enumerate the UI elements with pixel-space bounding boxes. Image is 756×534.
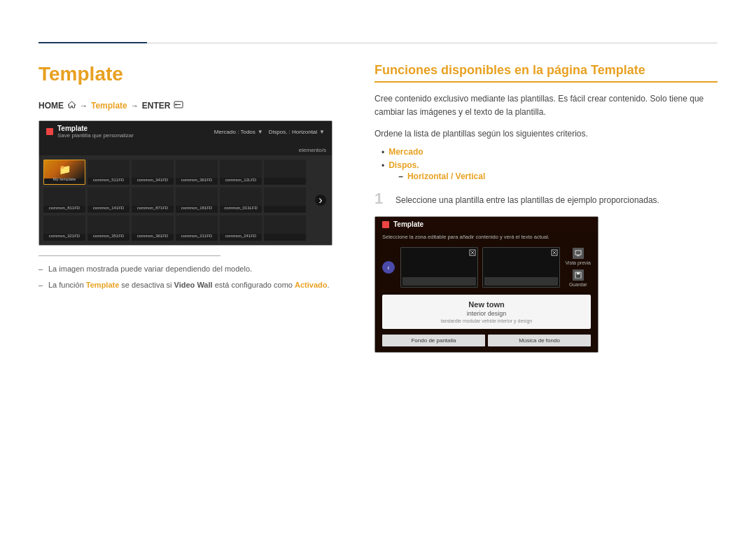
mockup-cell-8[interactable]: common_141FD xyxy=(88,188,130,213)
mockup-cell-4[interactable]: common_361FD xyxy=(176,160,218,185)
mockup-cell-9[interactable]: common_871FD xyxy=(132,188,174,213)
mockup-elements-label: elemento/s xyxy=(299,147,326,153)
mockup2-content: ‹ xyxy=(375,243,598,295)
breadcrumb-arrow-2: → xyxy=(131,101,139,110)
mockup2-footer: Fondo de pantalla Música de fondo xyxy=(375,335,598,352)
mockup-cell-13[interactable]: common_321FD xyxy=(43,216,85,241)
mockup2-save-icon xyxy=(573,269,584,281)
mockup-cell-16[interactable]: common_211FD xyxy=(176,216,218,241)
mockup2-screen-1 xyxy=(400,247,478,288)
mockup-cell-14[interactable]: common_351FD xyxy=(88,216,130,241)
breadcrumb-enter: ENTER xyxy=(142,101,171,111)
svg-rect-13 xyxy=(577,272,580,274)
template-mockup-2: Template Seleccione la zona editable par… xyxy=(374,216,598,353)
page-container: Template HOME → Template → ENTER xyxy=(0,0,756,381)
mockup2-footer-btn-1[interactable]: Fondo de pantalla xyxy=(382,335,485,346)
mockup2-subtitle: Seleccione la zona editable para añadir … xyxy=(375,232,598,243)
mockup2-header-title: Template xyxy=(393,220,424,228)
mockup-header-right: Mercado : Todos ▼ Dispos. : Horizontal ▼ xyxy=(214,129,325,135)
top-line-separator xyxy=(147,43,718,43)
mockup2-footer-btn-2[interactable]: Música de fondo xyxy=(488,335,591,346)
mockup-grid-row-1: 📁 My template common_511FD common_341FD xyxy=(43,160,328,185)
svg-marker-0 xyxy=(68,101,76,108)
mockup2-preview-btn[interactable]: Vista previa xyxy=(566,248,591,265)
mockup-cell-7[interactable]: common_811FD xyxy=(43,188,85,213)
mockup2-screens xyxy=(400,247,560,288)
mockup-grid-wrapper: 📁 My template common_511FD common_341FD xyxy=(39,155,332,245)
mockup-cell-mytemplate[interactable]: 📁 My template xyxy=(43,160,85,185)
template-mockup-1: Template Save plantilla que personalizar… xyxy=(38,120,332,246)
mockup2-preview-label: Vista previa xyxy=(566,260,591,265)
mockup2-text-subtitle: interior design xyxy=(389,310,584,317)
mockup2-save-label: Guardar xyxy=(569,282,587,287)
bullet-dot-2: • xyxy=(382,161,384,171)
bullet-dot-1: • xyxy=(382,148,384,157)
mockup-header-title: Template Save plantilla que personalizar xyxy=(57,125,134,139)
step-1: 1 Seleccione una plantilla entre las pla… xyxy=(374,191,718,206)
home-icon xyxy=(67,101,76,111)
mockup-cell-2[interactable]: common_511FD xyxy=(88,160,130,185)
mockup2-screen-2-icon[interactable] xyxy=(551,249,558,258)
mockup-header: Template Save plantilla que personalizar… xyxy=(39,121,332,142)
criteria-list: • Mercado • Dispos. Horizontal / Vertica… xyxy=(374,147,718,181)
mockup-cell-12[interactable] xyxy=(264,188,306,213)
mockup2-preview-icon xyxy=(573,248,584,259)
breadcrumb-arrow-1: → xyxy=(80,101,88,110)
mockup2-screen-inner xyxy=(402,277,476,286)
mockup2-header: Template xyxy=(375,217,598,232)
mockup2-screen-inner-2 xyxy=(484,277,558,286)
note-item-1: La imagen mostrada puede variar dependie… xyxy=(38,263,332,275)
mockup-cell-10[interactable]: common_181FD xyxy=(176,188,218,213)
divider-line xyxy=(38,255,220,256)
mockup2-header-icon xyxy=(382,221,389,228)
right-column: Funciones disponibles en la página Templ… xyxy=(374,63,718,353)
enter-icon xyxy=(174,101,183,111)
note-item-2: La función Template se desactiva si Vide… xyxy=(38,279,332,291)
mockup-cell-6[interactable] xyxy=(264,160,306,185)
bullet-sub-list: Horizontal / Vertical xyxy=(388,171,485,181)
page-title: Template xyxy=(38,63,332,85)
mockup-grid-row-3: common_321FD common_351FD common_361FD xyxy=(43,216,328,241)
mockup2-text-desc: tandardle modular vehide interior y desi… xyxy=(389,318,584,323)
mockup-cell-15[interactable]: common_361FD xyxy=(132,216,174,241)
bullet-sub-horizontal-vertical: Horizontal / Vertical xyxy=(398,171,485,181)
mockup-cell-5[interactable]: common_12LFD xyxy=(220,160,262,185)
step-1-number: 1 xyxy=(374,191,388,206)
top-lines xyxy=(38,42,718,43)
content-layout: Template HOME → Template → ENTER xyxy=(38,63,718,353)
mockup2-prev-btn[interactable]: ‹ xyxy=(382,261,395,274)
mockup2-screen-2 xyxy=(482,247,560,288)
bullet-horizontal-vertical: Horizontal / Vertical xyxy=(407,171,485,181)
bullet-item-mercado: • Mercado xyxy=(382,147,718,157)
mockup2-save-btn[interactable]: Guardar xyxy=(569,269,587,287)
mockup-header-left: Template Save plantilla que personalizar xyxy=(46,125,134,139)
bullet-dispos-text: Dispos. xyxy=(388,160,419,170)
mockup-header-icon xyxy=(46,128,53,135)
svg-marker-3 xyxy=(175,104,177,106)
svg-rect-11 xyxy=(577,255,580,256)
mockup-cell-17[interactable]: common_241FD xyxy=(220,216,262,241)
mockup-nav-arrow[interactable]: › xyxy=(315,195,326,206)
mockup-filter-2: Dispos. : Horizontal ▼ xyxy=(269,129,325,135)
mockup2-right-btns: Vista previa Guardar xyxy=(566,248,591,287)
step-1-text: Seleccione una plantilla entre las plant… xyxy=(396,191,659,206)
mockup-cell-11[interactable]: common_013LFD xyxy=(220,188,262,213)
breadcrumb-template: Template xyxy=(91,101,127,111)
section-description: Cree contenido exclusivo mediante las pl… xyxy=(374,92,718,119)
mockup2-text-title: New town xyxy=(389,300,584,309)
breadcrumb: HOME → Template → ENTER xyxy=(38,101,332,111)
mockup-grid-row-2: common_811FD common_141FD common_871FD xyxy=(43,188,328,213)
mockup-filter-1: Mercado : Todos ▼ xyxy=(214,129,263,135)
section-title: Funciones disponibles en la página Templ… xyxy=(374,63,718,83)
mockup2-screen-icon[interactable] xyxy=(469,249,476,258)
mockup-grid-area: 📁 My template common_511FD common_341FD xyxy=(39,155,332,245)
note-template-highlight: Template xyxy=(86,281,119,289)
note-activado-highlight: Activado xyxy=(295,281,327,289)
mockup2-text-area: New town interior design tandardle modul… xyxy=(382,295,591,329)
bullet-mercado-text: Mercado xyxy=(388,147,423,157)
svg-rect-10 xyxy=(575,251,581,255)
mockup-cell-18[interactable] xyxy=(264,216,306,241)
top-line-accent xyxy=(38,42,147,43)
sort-label: Ordene la lista de plantillas según los … xyxy=(374,129,718,139)
mockup-cell-3[interactable]: common_341FD xyxy=(132,160,174,185)
